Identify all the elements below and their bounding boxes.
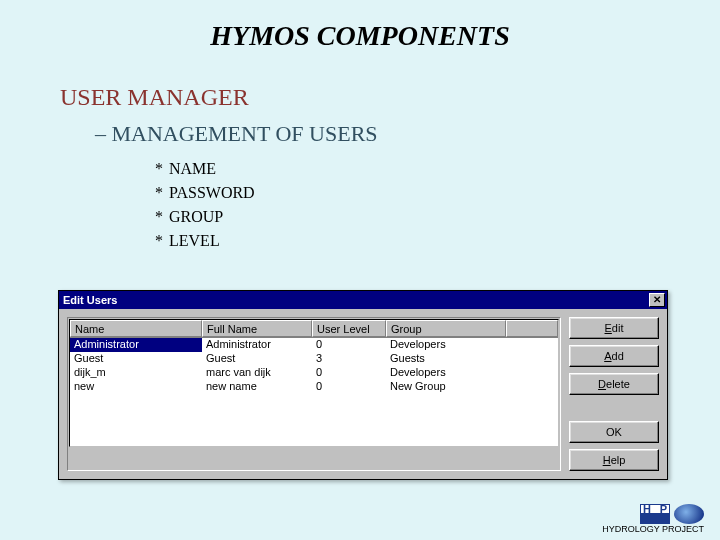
cell-group: New Group [386, 380, 506, 394]
column-headers: Name Full Name User Level Group [70, 320, 558, 338]
users-list-panel: Name Full Name User Level Group Administ… [67, 317, 561, 471]
hp-logo-icon: H [640, 504, 670, 524]
close-icon[interactable]: ✕ [649, 293, 665, 307]
cell-name: new [70, 380, 202, 394]
col-userlevel[interactable]: User Level [312, 320, 386, 337]
cell-level: 0 [312, 380, 386, 394]
cell-fullname: Administrator [202, 338, 312, 352]
cell-group: Developers [386, 366, 506, 380]
logo: H [602, 504, 704, 524]
section-heading: USER MANAGER [60, 84, 720, 111]
cell-level: 0 [312, 366, 386, 380]
edit-button[interactable]: Edit [569, 317, 659, 339]
cell-level: 0 [312, 338, 386, 352]
col-fullname[interactable]: Full Name [202, 320, 312, 337]
delete-button[interactable]: Delete [569, 373, 659, 395]
edit-users-dialog: Edit Users ✕ Name Full Name User Level G… [58, 290, 668, 480]
users-listview[interactable]: Name Full Name User Level Group Administ… [69, 319, 559, 447]
cell-fullname: new name [202, 380, 312, 394]
swirl-icon [674, 504, 704, 524]
cell-group: Guests [386, 352, 506, 366]
ok-button[interactable]: OK [569, 421, 659, 443]
rows-container: Administrator Administrator 0 Developers… [70, 338, 558, 394]
col-name[interactable]: Name [70, 320, 202, 337]
add-button[interactable]: Add [569, 345, 659, 367]
cell-fullname: Guest [202, 352, 312, 366]
footer: H HYDROLOGY PROJECT [602, 504, 704, 534]
footer-caption: HYDROLOGY PROJECT [602, 524, 704, 534]
bullet-item: *LEVEL [155, 229, 720, 253]
button-column: Edit Add Delete OK Help [569, 317, 659, 471]
cell-name: Administrator [70, 338, 202, 352]
dialog-titlebar[interactable]: Edit Users ✕ [59, 291, 667, 309]
subsection-dash: – [95, 121, 106, 146]
table-row[interactable]: Guest Guest 3 Guests [70, 352, 558, 366]
cell-name: dijk_m [70, 366, 202, 380]
slide-title: HYMOS COMPONENTS [0, 0, 720, 52]
table-row[interactable]: new new name 0 New Group [70, 380, 558, 394]
dialog-title: Edit Users [63, 294, 117, 306]
cell-name: Guest [70, 352, 202, 366]
col-spacer [506, 320, 558, 337]
bullet-item: *GROUP [155, 205, 720, 229]
subsection-text: MANAGEMENT OF USERS [112, 121, 378, 146]
cell-group: Developers [386, 338, 506, 352]
bullet-list: *NAME *PASSWORD *GROUP *LEVEL [155, 157, 720, 253]
help-button[interactable]: Help [569, 449, 659, 471]
table-row[interactable]: dijk_m marc van dijk 0 Developers [70, 366, 558, 380]
col-group[interactable]: Group [386, 320, 506, 337]
cell-level: 3 [312, 352, 386, 366]
subsection-heading: – MANAGEMENT OF USERS [95, 121, 720, 147]
cell-fullname: marc van dijk [202, 366, 312, 380]
bullet-item: *PASSWORD [155, 181, 720, 205]
bullet-item: *NAME [155, 157, 720, 181]
table-row[interactable]: Administrator Administrator 0 Developers [70, 338, 558, 352]
